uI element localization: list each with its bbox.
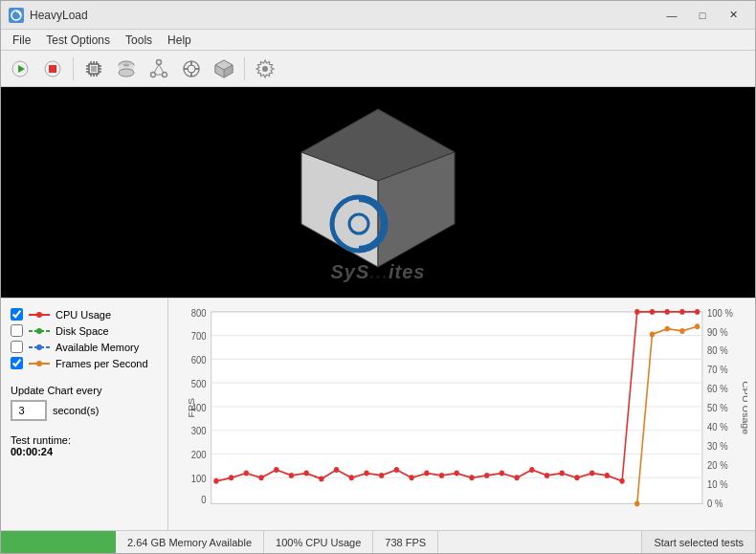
svg-point-117 bbox=[634, 500, 639, 506]
svg-text:500: 500 bbox=[191, 378, 207, 389]
svg-point-99 bbox=[439, 473, 444, 478]
svg-text:100: 100 bbox=[191, 473, 207, 484]
svg-point-21 bbox=[119, 69, 134, 77]
svg-point-53 bbox=[36, 361, 42, 366]
svg-point-51 bbox=[36, 344, 42, 350]
menu-file[interactable]: File bbox=[5, 32, 38, 49]
svg-point-105 bbox=[529, 467, 534, 473]
settings-icon-button[interactable] bbox=[250, 54, 280, 84]
svg-point-91 bbox=[319, 476, 323, 482]
svg-point-94 bbox=[364, 471, 368, 476]
svg-point-96 bbox=[394, 467, 399, 473]
svg-point-23 bbox=[157, 59, 162, 64]
network-icon-button[interactable] bbox=[144, 54, 174, 84]
update-unit-label: second(s) bbox=[53, 405, 99, 416]
memory-checkbox[interactable] bbox=[11, 341, 23, 353]
disk-legend-label: Disk Space bbox=[56, 325, 109, 337]
svg-point-111 bbox=[619, 478, 624, 484]
start-tests-button[interactable]: Start selected tests bbox=[641, 531, 755, 553]
svg-text:FPS: FPS bbox=[186, 398, 195, 418]
update-value-input[interactable] bbox=[11, 401, 46, 420]
runtime-value: 00:00:24 bbox=[11, 446, 158, 457]
window-controls: — □ ✕ bbox=[657, 6, 747, 25]
close-button[interactable]: ✕ bbox=[719, 6, 747, 25]
legend-disk: Disk Space bbox=[11, 324, 158, 337]
cpu-icon-button[interactable] bbox=[78, 54, 109, 84]
svg-line-27 bbox=[159, 64, 164, 73]
legend-panel: CPU Usage Disk Space Avail bbox=[1, 299, 168, 530]
svg-rect-6 bbox=[91, 66, 97, 72]
svg-point-115 bbox=[679, 309, 684, 315]
title-bar: HeavyLoad — □ ✕ bbox=[1, 1, 755, 30]
fps-checkbox[interactable] bbox=[11, 357, 23, 369]
play-button[interactable] bbox=[5, 54, 35, 84]
svg-text:50 %: 50 % bbox=[707, 402, 728, 413]
toolbar-separator-1 bbox=[73, 57, 74, 80]
svg-point-92 bbox=[334, 467, 339, 473]
fps-legend-label: Frames per Second bbox=[56, 358, 148, 369]
maximize-button[interactable]: □ bbox=[688, 6, 717, 25]
cpu-checkbox[interactable] bbox=[11, 308, 23, 321]
svg-text:20 %: 20 % bbox=[707, 459, 728, 471]
main-window: HeavyLoad — □ ✕ File Test Options Tools … bbox=[0, 0, 756, 554]
svg-text:80 %: 80 % bbox=[707, 344, 728, 356]
status-progress-bar bbox=[1, 531, 116, 553]
svg-text:100 %: 100 % bbox=[707, 307, 733, 319]
svg-text:700: 700 bbox=[191, 331, 207, 343]
svg-point-109 bbox=[589, 471, 594, 476]
fps-legend-line bbox=[29, 360, 50, 367]
svg-point-86 bbox=[244, 471, 249, 476]
update-stepper[interactable] bbox=[11, 400, 47, 421]
toolbar bbox=[1, 51, 755, 87]
svg-point-120 bbox=[679, 328, 684, 334]
disk-icon-button[interactable] bbox=[111, 54, 142, 84]
cube-icon-button[interactable] bbox=[209, 54, 239, 84]
svg-point-100 bbox=[455, 471, 459, 476]
svg-text:600: 600 bbox=[191, 355, 207, 366]
svg-point-101 bbox=[469, 475, 474, 480]
svg-point-112 bbox=[634, 309, 639, 315]
svg-point-102 bbox=[484, 473, 489, 478]
menu-bar: File Test Options Tools Help bbox=[1, 30, 755, 51]
menu-tools[interactable]: Tools bbox=[118, 32, 160, 49]
svg-point-106 bbox=[545, 473, 549, 478]
memory-legend-line bbox=[29, 343, 50, 351]
spinner-icon-button[interactable] bbox=[176, 54, 207, 84]
status-memory: 2.64 GB Memory Available bbox=[116, 531, 264, 553]
watermark: SyS...ites bbox=[331, 261, 426, 283]
menu-test-options[interactable]: Test Options bbox=[38, 32, 118, 49]
svg-point-113 bbox=[650, 309, 655, 315]
disk-checkbox[interactable] bbox=[11, 324, 23, 337]
legend-cpu: CPU Usage bbox=[11, 308, 158, 321]
disk-legend-line bbox=[29, 327, 50, 335]
svg-text:0 %: 0 % bbox=[707, 498, 723, 509]
svg-point-93 bbox=[349, 475, 354, 480]
status-cpu: 100% CPU Usage bbox=[264, 531, 373, 553]
svg-text:70 %: 70 % bbox=[707, 364, 728, 375]
toolbar-separator-2 bbox=[244, 57, 245, 80]
status-fps: 738 FPS bbox=[373, 531, 438, 553]
status-segments: 2.64 GB Memory Available 100% CPU Usage … bbox=[116, 531, 641, 553]
svg-point-95 bbox=[379, 473, 384, 478]
svg-text:60 %: 60 % bbox=[707, 383, 728, 394]
menu-help[interactable]: Help bbox=[160, 32, 199, 49]
chart-area: 800 700 600 500 400 300 200 100 0 100 % … bbox=[168, 299, 755, 530]
stop-button[interactable] bbox=[37, 54, 68, 84]
svg-text:30 %: 30 % bbox=[707, 440, 728, 452]
svg-point-89 bbox=[289, 473, 294, 478]
minimize-button[interactable]: — bbox=[657, 6, 686, 25]
memory-legend-label: Available Memory bbox=[56, 342, 139, 353]
cube-3d bbox=[282, 100, 474, 286]
svg-point-30 bbox=[188, 65, 195, 73]
svg-point-88 bbox=[274, 467, 278, 473]
svg-text:90 %: 90 % bbox=[707, 326, 728, 338]
svg-point-39 bbox=[262, 66, 268, 72]
content-area: SyS...ites CPU Usage bbox=[1, 87, 755, 530]
svg-point-119 bbox=[665, 326, 670, 332]
svg-point-49 bbox=[36, 328, 42, 334]
svg-point-24 bbox=[151, 72, 156, 77]
svg-point-116 bbox=[695, 309, 700, 315]
svg-point-85 bbox=[229, 475, 233, 480]
app-icon bbox=[9, 8, 24, 23]
performance-chart: 800 700 600 500 400 300 200 100 0 100 % … bbox=[176, 306, 747, 526]
